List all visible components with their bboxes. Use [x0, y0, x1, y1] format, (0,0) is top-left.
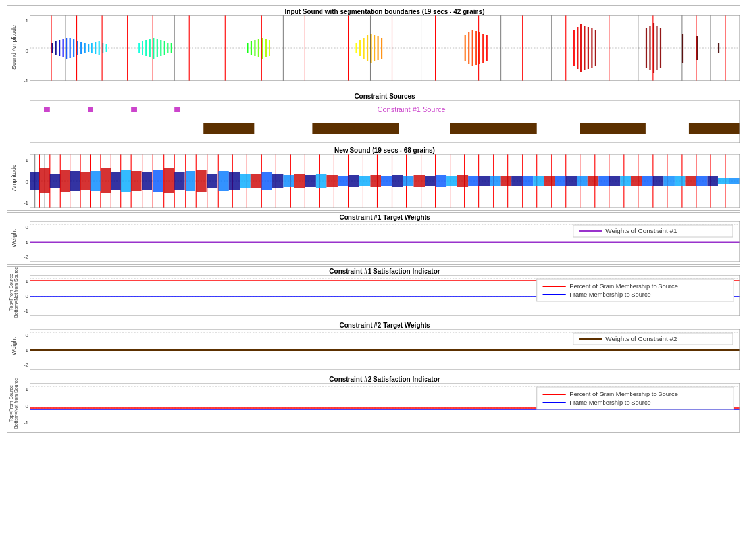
svg-rect-194 [305, 175, 316, 187]
chart5-ylabel: Top=From SourceBottom=Not from Source [7, 267, 20, 318]
svg-rect-5 [55, 41, 57, 55]
chart7-yticks: 1 0 -1 [20, 374, 30, 432]
svg-rect-51 [486, 35, 488, 61]
svg-rect-15 [91, 43, 93, 53]
svg-rect-198 [348, 175, 359, 187]
svg-rect-63 [660, 28, 661, 68]
svg-rect-47 [472, 30, 473, 66]
svg-rect-208 [457, 175, 469, 187]
svg-rect-204 [414, 175, 425, 187]
chart4-title: Constraint #1 Target Weights [30, 213, 740, 221]
svg-rect-58 [595, 30, 596, 66]
svg-rect-101 [174, 107, 180, 112]
svg-rect-226 [653, 176, 664, 186]
svg-rect-224 [631, 176, 642, 186]
chart6-title: Constraint #2 Target Weights [30, 320, 740, 329]
svg-rect-227 [663, 176, 675, 186]
svg-rect-36 [269, 40, 270, 56]
svg-rect-44 [381, 38, 382, 59]
svg-rect-200 [370, 175, 381, 187]
svg-rect-103 [203, 123, 254, 134]
svg-rect-182 [174, 172, 184, 190]
chart4-ylabel: Weight [7, 213, 20, 264]
svg-rect-19 [106, 44, 107, 52]
svg-rect-219 [577, 176, 588, 186]
svg-rect-196 [326, 175, 338, 187]
svg-rect-9 [70, 38, 71, 58]
svg-rect-232 [718, 178, 729, 184]
svg-rect-56 [588, 27, 589, 69]
svg-rect-202 [392, 175, 403, 187]
svg-rect-218 [566, 176, 577, 186]
chart7-panel: Top=From SourceBottom=Not from Source 1 … [7, 374, 740, 433]
svg-text:Percent of Grain Membership to: Percent of Grain Membership to Source [569, 283, 678, 290]
svg-rect-193 [294, 174, 305, 188]
svg-rect-27 [164, 41, 165, 55]
svg-rect-14 [88, 44, 89, 52]
chart7-ylabel: Top=From SourceBottom=Not from Source [7, 374, 20, 432]
svg-text:Constraint #1 Source: Constraint #1 Source [377, 105, 445, 113]
chart1-title: Input Sound with segmentation boundaries… [30, 6, 740, 15]
svg-rect-212 [501, 176, 512, 186]
svg-rect-45 [465, 35, 466, 61]
svg-rect-29 [171, 43, 172, 53]
chart2-ylabel [7, 91, 30, 143]
chart6-area: Constraint #2 Target Weights Weights of … [30, 320, 740, 372]
svg-rect-13 [84, 43, 86, 53]
svg-rect-181 [164, 168, 174, 193]
svg-rect-228 [675, 176, 686, 186]
chart5-yticks: 1 0 -1 [20, 267, 30, 318]
svg-text:Weights of Constraint #1: Weights of Constraint #1 [605, 227, 677, 234]
chart4-svg: Weights of Constraint #1 [30, 221, 740, 262]
svg-rect-189 [251, 174, 262, 188]
svg-rect-168 [30, 172, 39, 190]
svg-rect-17 [99, 41, 100, 55]
chart2-area: Constraint Sources Constraint #1 Source [30, 91, 740, 143]
svg-rect-7 [63, 39, 64, 57]
svg-rect-201 [381, 176, 392, 186]
svg-rect-38 [359, 40, 361, 56]
chart2-svg: Constraint #1 Source Constraint #2 Sourc… [30, 100, 740, 143]
svg-rect-215 [533, 176, 544, 186]
svg-rect-57 [591, 28, 592, 68]
svg-rect-54 [580, 24, 582, 72]
svg-rect-20 [138, 43, 140, 53]
svg-rect-221 [598, 176, 609, 186]
chart6-yticks: 0 -1 -2 [20, 320, 30, 372]
svg-rect-207 [446, 176, 457, 186]
svg-rect-60 [649, 26, 650, 70]
svg-rect-214 [523, 176, 534, 186]
svg-rect-233 [729, 178, 740, 184]
chart3-svg [30, 154, 740, 208]
main-container: Sound Amplitude 1 0 -1 Input Sound with … [0, 0, 747, 560]
chart3-ylabel: Amplitude [7, 145, 20, 210]
svg-rect-59 [646, 28, 647, 68]
svg-rect-22 [145, 40, 147, 56]
chart1-panel: Sound Amplitude 1 0 -1 Input Sound with … [7, 5, 740, 89]
svg-rect-66 [718, 43, 719, 53]
svg-rect-42 [374, 35, 375, 61]
svg-rect-188 [240, 174, 251, 188]
chart5-title: Constraint #1 Satisfaction Indicator [30, 267, 740, 275]
svg-rect-209 [468, 176, 479, 186]
svg-rect-176 [111, 172, 120, 190]
svg-rect-41 [370, 34, 371, 63]
svg-rect-213 [511, 176, 523, 186]
svg-rect-8 [66, 38, 67, 59]
chart3-area: New Sound (19 secs - 68 grains) [30, 145, 740, 210]
svg-rect-225 [642, 176, 653, 186]
svg-rect-199 [359, 176, 371, 186]
svg-rect-179 [142, 172, 152, 190]
svg-rect-33 [258, 39, 259, 57]
svg-rect-46 [468, 32, 469, 64]
svg-rect-23 [149, 39, 151, 57]
chart5-area: Constraint #1 Satisfaction Indicator Per… [30, 267, 740, 318]
svg-rect-40 [367, 35, 368, 61]
svg-rect-62 [656, 26, 657, 70]
svg-rect-26 [160, 40, 161, 56]
svg-rect-205 [425, 176, 436, 186]
svg-text:Weights of Constraint #2: Weights of Constraint #2 [605, 335, 677, 342]
svg-rect-169 [39, 168, 49, 193]
svg-rect-173 [80, 172, 90, 190]
svg-rect-12 [80, 42, 82, 54]
